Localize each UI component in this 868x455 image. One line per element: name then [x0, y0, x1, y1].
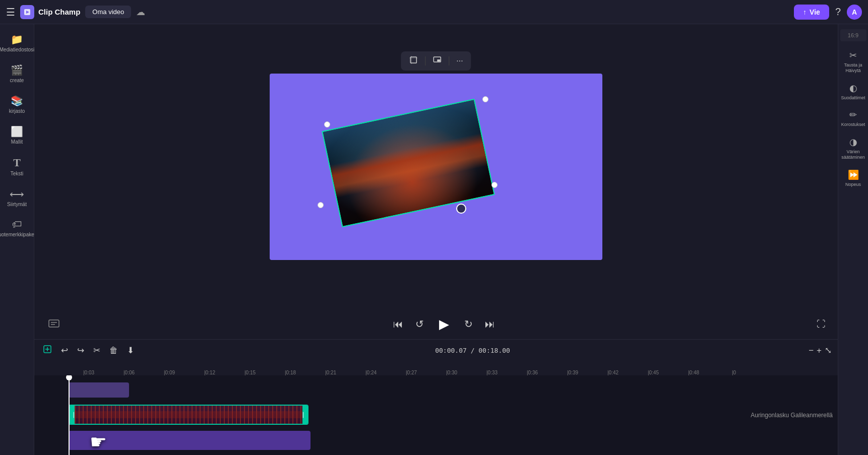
- ruler-mark: |0:15: [230, 370, 270, 375]
- background-label: Tausta ja Häivytä: [841, 62, 865, 74]
- sidebar-item-brand-label: Tuotemerkkipaketti: [0, 232, 38, 238]
- preview-container: ···: [34, 24, 838, 309]
- right-tool-color[interactable]: ◑ Värien säätäminen: [839, 133, 867, 164]
- music-clip[interactable]: [69, 431, 311, 450]
- timeline-content: ▕ ▏ ☛ Auringonlasku Galileanmerellä: [34, 375, 838, 455]
- track-row-audio: [34, 379, 838, 402]
- timeline-tools-left: ↩ ↪ ✂ 🗑 ⬇: [40, 343, 137, 358]
- speed-label: Nopeus: [845, 182, 861, 187]
- skip-back-button[interactable]: ⏮: [391, 316, 405, 332]
- play-button[interactable]: ▶: [434, 314, 454, 334]
- background-icon: ✂: [849, 50, 857, 61]
- handle-rotate[interactable]: [456, 204, 466, 214]
- transitions-icon: ⟷: [10, 188, 24, 200]
- fit-button[interactable]: ⤡: [825, 345, 832, 356]
- cloud-save-icon[interactable]: ☁: [136, 7, 145, 18]
- help-icon[interactable]: ?: [835, 6, 841, 18]
- add-media-button[interactable]: [40, 343, 54, 358]
- export-label: Vie: [810, 8, 820, 16]
- export-button[interactable]: ↑ Vie: [794, 5, 829, 20]
- zoom-in-button[interactable]: +: [817, 346, 822, 356]
- clip-handle-right[interactable]: ▏: [302, 406, 307, 424]
- timeline-tools-right: − + ⤡: [809, 345, 832, 356]
- toolbar-divider-2: [449, 56, 449, 66]
- handle-top-left[interactable]: [324, 121, 330, 127]
- timeline-playhead[interactable]: [69, 375, 70, 455]
- right-tool-background[interactable]: ✂ Tausta ja Häivytä: [839, 46, 867, 77]
- ruler-mark: |0:48: [673, 370, 714, 375]
- sidebar-item-templates[interactable]: ⬜ Mallit: [3, 121, 32, 149]
- main-video-clip[interactable]: ▕ ▏: [69, 405, 308, 425]
- fullscreen-button[interactable]: ⛶: [817, 319, 826, 330]
- topbar-left: ☰ Clip Champ Oma video ☁: [6, 5, 145, 19]
- app-name: Clip Champ: [38, 8, 80, 16]
- sidebar-item-brand[interactable]: 🏷 Tuotemerkkipaketti: [3, 215, 32, 242]
- video-clip[interactable]: [322, 98, 495, 227]
- left-sidebar: 📁 Mediatiedostosi 🎬 create 📚 kirjasto ⬜ …: [0, 24, 34, 455]
- track-content-audio: [69, 379, 838, 402]
- center-area: ··· ⏮ ↺: [34, 24, 838, 455]
- skip-forward-button[interactable]: ⏭: [483, 316, 497, 332]
- sidebar-item-text[interactable]: T Teksti: [3, 152, 32, 181]
- captions-button[interactable]: [46, 316, 61, 332]
- handle-top-right[interactable]: [482, 96, 488, 102]
- right-tool-filters[interactable]: ◐ Suodattimet: [839, 79, 867, 104]
- ruler-mark: |0:27: [391, 370, 431, 375]
- ruler-marks: |0:03 |0:06 |0:09 |0:12 |0:15 |0:18 |0:2…: [69, 361, 754, 375]
- pip-button[interactable]: [429, 54, 445, 68]
- preview-canvas: ···: [270, 74, 602, 260]
- timeline-toolbar: ↩ ↪ ✂ 🗑 ⬇ 00:00.07 / 00:18.00 − + ⤡: [34, 339, 838, 361]
- ruler-mark: |0: [714, 370, 754, 375]
- more-options-button[interactable]: ···: [453, 55, 466, 67]
- ruler-mark: |0:36: [512, 370, 552, 375]
- templates-icon: ⬜: [11, 125, 23, 138]
- handle-bottom-right[interactable]: [491, 182, 498, 188]
- sidebar-item-create-label: create: [10, 78, 24, 84]
- svg-rect-6: [437, 59, 440, 61]
- crop-button[interactable]: [406, 54, 421, 68]
- delete-button[interactable]: 🗑: [107, 344, 120, 357]
- sidebar-item-text-label: Teksti: [11, 171, 24, 177]
- color-label: Värien säätäminen: [841, 149, 865, 160]
- sidebar-item-templates-label: Mallit: [11, 139, 23, 145]
- right-tool-speed[interactable]: ⏩ Nopeus: [839, 166, 867, 191]
- timeline-ruler: |0:03 |0:06 |0:09 |0:12 |0:15 |0:18 |0:2…: [34, 361, 838, 375]
- handle-bottom-left[interactable]: [318, 202, 324, 208]
- topbar: ☰ Clip Champ Oma video ☁ ↑ Vie ? A: [0, 0, 868, 24]
- hamburger-icon[interactable]: ☰: [6, 6, 15, 18]
- right-tool-highlights[interactable]: ✏ Korostukset: [839, 106, 867, 131]
- aspect-ratio-selector[interactable]: 16:9: [840, 29, 866, 41]
- timeline-time-display: 00:00.07 / 00:18.00: [435, 347, 510, 354]
- account-avatar[interactable]: A: [847, 5, 862, 20]
- redo-button[interactable]: ↪: [75, 344, 87, 357]
- sidebar-item-media[interactable]: 📁 Mediatiedostosi: [3, 29, 32, 57]
- add-to-timeline-button[interactable]: ⬇: [125, 344, 137, 357]
- highlights-label: Korostukset: [841, 122, 865, 127]
- sidebar-item-media-label: Mediatiedostosi: [0, 47, 34, 53]
- playback-center: ⏮ ↺ ▶ ↻ ⏭: [391, 314, 497, 334]
- right-sidebar: 16:9 ✂ Tausta ja Häivytä ◐ Suodattimet ✏…: [838, 24, 868, 455]
- brand-icon: 🏷: [12, 219, 22, 230]
- clip-handle-left[interactable]: ▕: [70, 406, 75, 424]
- timeline-area: ↩ ↪ ✂ 🗑 ⬇ 00:00.07 / 00:18.00 − + ⤡ |0:0…: [34, 339, 838, 455]
- export-arrow-icon: ↑: [803, 8, 807, 16]
- ruler-mark: |0:39: [552, 370, 593, 375]
- playback-controls: ⏮ ↺ ▶ ↻ ⏭ ⛶: [34, 309, 838, 339]
- project-tab[interactable]: Oma video: [85, 6, 131, 18]
- ruler-mark: |0:03: [69, 370, 109, 375]
- zoom-out-button[interactable]: −: [809, 346, 814, 356]
- track-content-music: [69, 430, 838, 453]
- sidebar-item-create[interactable]: 🎬 create: [3, 60, 32, 88]
- fast-forward-button[interactable]: ↻: [462, 316, 475, 332]
- sidebar-item-library[interactable]: 📚 kirjasto: [3, 91, 32, 118]
- text-icon: T: [13, 156, 21, 169]
- track-row-video: ▕ ▏ ☛ Auringonlasku Galileanmerellä: [34, 404, 838, 428]
- audio-clip-small[interactable]: [69, 382, 129, 398]
- rewind-button[interactable]: ↺: [413, 316, 426, 332]
- filters-label: Suodattimet: [841, 95, 865, 101]
- track-row-music: [34, 430, 838, 453]
- create-icon: 🎬: [11, 64, 23, 76]
- sidebar-item-transitions[interactable]: ⟷ Siirtymät: [3, 184, 32, 212]
- cut-button[interactable]: ✂: [91, 344, 103, 357]
- undo-button[interactable]: ↩: [58, 344, 71, 357]
